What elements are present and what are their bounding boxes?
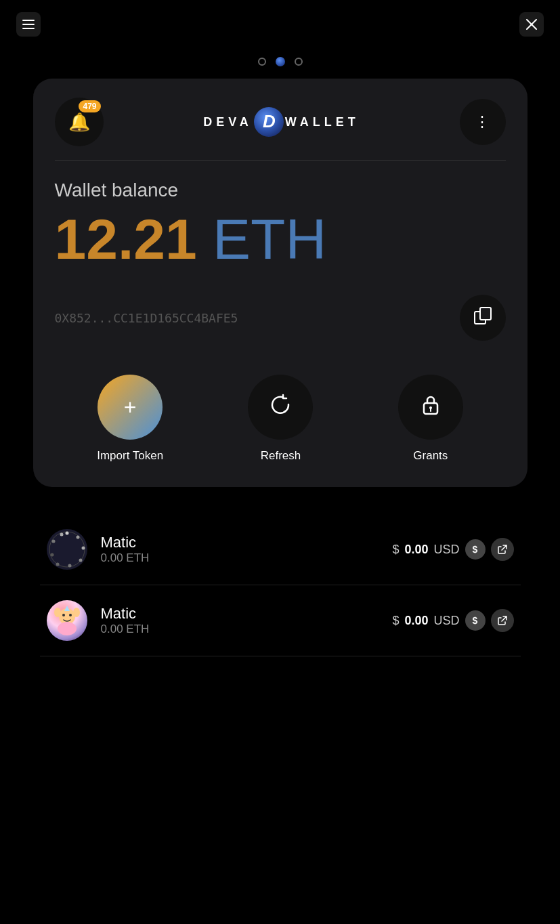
wallet-card: 🔔 479 DEVA D WALLET ⋮ Wallet balance 12.… (33, 79, 527, 487)
svg-point-15 (79, 559, 82, 562)
refresh-icon (270, 394, 291, 421)
svg-point-19 (51, 540, 55, 543)
token-name-1: Matic (101, 534, 393, 551)
svg-point-18 (50, 553, 53, 557)
svg-point-20 (60, 533, 63, 537)
pagination-dot-1[interactable] (258, 58, 266, 66)
balance-currency: ETH (213, 207, 326, 271)
address-row: 0X852...CC1E1D165CC4BAFE5 (55, 295, 506, 341)
top-bar (0, 0, 560, 43)
svg-point-26 (73, 608, 80, 617)
token-list: Matic 0.00 ETH $0.00USD $ (33, 514, 527, 656)
balance-number: 12.21 (55, 207, 197, 271)
svg-marker-27 (64, 606, 70, 611)
token-amount-2: 0.00 ETH (101, 623, 393, 636)
logo-right-text: WALLET (285, 115, 360, 129)
logo: DEVA D WALLET (203, 107, 360, 137)
token-usd-prefix-1: $ (392, 543, 399, 557)
close-icon[interactable] (519, 12, 544, 37)
plus-icon: + (124, 395, 137, 420)
token-icon-matic-2 (47, 600, 87, 641)
refresh-button[interactable] (248, 375, 313, 440)
svg-point-14 (81, 547, 85, 550)
notification-button[interactable]: 🔔 479 (55, 98, 104, 146)
logo-circle: D (254, 107, 284, 137)
more-options-button[interactable]: ⋮ (460, 99, 506, 145)
menu-icon[interactable] (16, 12, 41, 37)
svg-rect-0 (22, 20, 35, 21)
token-icon-matic-1 (47, 529, 87, 570)
copy-address-button[interactable] (460, 295, 506, 341)
token-usd-amount-2: 0.00 (404, 614, 428, 628)
token-item-2[interactable]: Matic 0.00 ETH $0.00USD $ (40, 585, 521, 656)
grants-button[interactable] (398, 375, 463, 440)
svg-rect-1 (22, 24, 35, 25)
external-link-icon-1[interactable] (491, 538, 514, 561)
svg-point-25 (54, 608, 61, 617)
header-divider (55, 160, 506, 161)
refresh-action[interactable]: Refresh (248, 375, 313, 463)
grants-label: Grants (413, 449, 448, 463)
import-token-action[interactable]: + Import Token (97, 375, 163, 463)
svg-point-22 (62, 614, 65, 616)
svg-rect-7 (480, 308, 491, 320)
svg-point-13 (76, 536, 79, 539)
import-token-button[interactable]: + (98, 375, 163, 440)
import-token-label: Import Token (97, 449, 163, 463)
token-name-2: Matic (101, 605, 393, 623)
svg-point-24 (58, 622, 77, 635)
svg-point-16 (68, 564, 71, 568)
actions-row: + Import Token Refresh (55, 375, 506, 463)
bell-icon: 🔔 (68, 112, 90, 133)
pagination (258, 57, 303, 66)
token-usd-prefix-2: $ (392, 614, 399, 628)
token-amount-1: 0.00 ETH (101, 551, 393, 565)
token-usd-amount-1: 0.00 (404, 543, 428, 557)
logo-left-text: DEVA (203, 115, 253, 129)
grants-action[interactable]: Grants (398, 375, 463, 463)
svg-text:D: D (263, 111, 276, 131)
card-header: 🔔 479 DEVA D WALLET ⋮ (55, 98, 506, 146)
pagination-dot-2[interactable] (276, 57, 285, 66)
external-link-icon-2[interactable] (491, 609, 514, 632)
token-usd-suffix-2: USD (433, 614, 459, 628)
svg-point-23 (69, 614, 72, 616)
notification-badge: 479 (79, 100, 100, 112)
svg-rect-2 (22, 28, 35, 29)
pagination-dot-3[interactable] (295, 58, 303, 66)
balance-label: Wallet balance (55, 180, 506, 201)
dollar-icon-1: $ (465, 539, 486, 560)
svg-point-12 (65, 532, 68, 535)
token-value-1: $0.00USD $ (392, 538, 513, 561)
dollar-icon-2: $ (465, 610, 486, 631)
token-usd-suffix-1: USD (433, 543, 459, 557)
lock-icon (421, 394, 440, 421)
more-dots-icon: ⋮ (475, 113, 490, 131)
balance-amount: 12.21 ETH (55, 211, 506, 268)
wallet-address: 0X852...CC1E1D165CC4BAFE5 (55, 311, 238, 325)
svg-point-17 (56, 563, 59, 566)
token-value-2: $0.00USD $ (392, 609, 513, 632)
copy-icon (474, 307, 492, 329)
refresh-label: Refresh (261, 449, 301, 463)
token-item-1[interactable]: Matic 0.00 ETH $0.00USD $ (40, 514, 521, 585)
token-info-2: Matic 0.00 ETH (101, 605, 393, 636)
token-info-1: Matic 0.00 ETH (101, 534, 393, 565)
